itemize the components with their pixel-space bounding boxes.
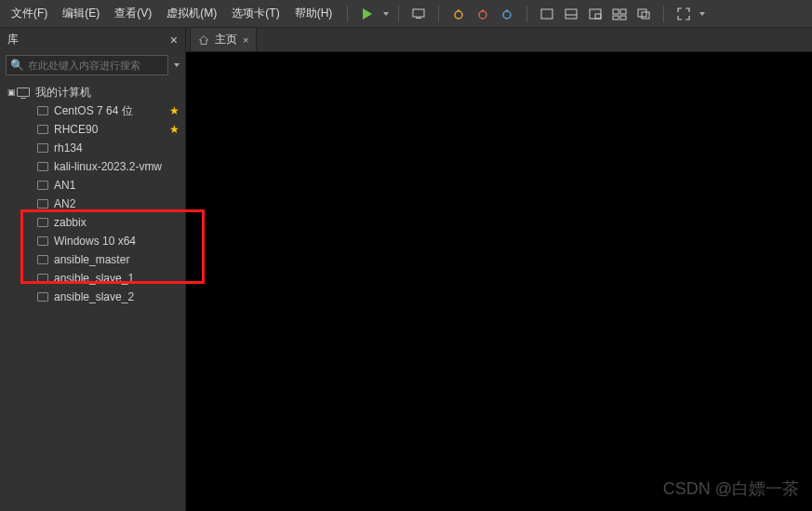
layout-bottom-icon[interactable] xyxy=(561,4,581,24)
vm-icon xyxy=(37,274,48,283)
vm-item-zabbix[interactable]: zabbix xyxy=(0,213,185,232)
vm-label: AN1 xyxy=(54,179,75,192)
separator xyxy=(663,6,664,22)
search-input-wrapper[interactable]: 🔍 xyxy=(6,55,168,75)
vm-item-an1[interactable]: AN1 xyxy=(0,176,185,195)
svg-rect-10 xyxy=(613,9,619,14)
vm-icon xyxy=(37,181,48,190)
vm-item-rhce90[interactable]: RHCE90★ xyxy=(0,120,185,139)
library-sidebar: 库 × 🔍 ▣ 我的计算机 CentOS 7 64 位★RHCE90★rh134… xyxy=(0,28,186,511)
svg-point-3 xyxy=(479,11,486,19)
tab-home[interactable]: 主页 × xyxy=(190,27,257,51)
menubar: 文件(F) 编辑(E) 查看(V) 虚拟机(M) 选项卡(T) 帮助(H) xyxy=(0,0,812,28)
vm-icon xyxy=(37,162,48,171)
svg-point-4 xyxy=(503,11,511,19)
vm-label: AN2 xyxy=(54,197,75,210)
vm-label: RHCE90 xyxy=(54,123,98,136)
play-button[interactable] xyxy=(357,4,378,24)
layout-multi-icon[interactable] xyxy=(609,4,630,24)
fullscreen-dropdown[interactable] xyxy=(699,12,705,16)
svg-rect-1 xyxy=(416,18,421,19)
favorite-star-icon: ★ xyxy=(169,123,180,136)
svg-rect-0 xyxy=(413,9,424,17)
vm-label: rh134 xyxy=(54,141,83,155)
vm-label: Windows 10 x64 xyxy=(54,235,136,248)
vm-item-centos-7-64-[interactable]: CentOS 7 64 位★ xyxy=(0,101,185,120)
tab-close-icon[interactable]: × xyxy=(243,34,248,46)
vm-icon xyxy=(37,236,48,246)
sidebar-title: 库 xyxy=(7,32,19,47)
vm-item-kali-linux-2023-2-vmw[interactable]: kali-linux-2023.2-vmw xyxy=(0,157,185,176)
search-icon: 🔍 xyxy=(10,59,24,72)
close-icon[interactable]: × xyxy=(170,33,178,47)
content-area: 主页 × xyxy=(186,28,812,511)
vm-icon xyxy=(37,292,48,302)
snapshot-blue-icon[interactable] xyxy=(497,4,517,24)
home-icon xyxy=(198,34,209,46)
vm-label: ansible_slave_1 xyxy=(54,272,134,285)
tree-root-my-computer[interactable]: ▣ 我的计算机 xyxy=(0,83,185,101)
vm-label: ansible_slave_2 xyxy=(54,290,134,303)
vm-icon xyxy=(37,106,48,115)
vm-tree: ▣ 我的计算机 CentOS 7 64 位★RHCE90★rh134kali-l… xyxy=(0,79,185,511)
menu-tabs[interactable]: 选项卡(T) xyxy=(226,2,285,25)
vm-item-ansible-slave-1[interactable]: ansible_slave_1 xyxy=(0,269,185,288)
menu-view[interactable]: 查看(V) xyxy=(109,2,157,25)
snapshot-yellow-icon[interactable] xyxy=(448,4,469,24)
svg-point-2 xyxy=(455,11,462,19)
vm-item-ansible-master[interactable]: ansible_master xyxy=(0,250,185,269)
menu-file[interactable]: 文件(F) xyxy=(6,2,53,25)
separator xyxy=(526,6,527,22)
layout-overlay-icon[interactable] xyxy=(633,4,654,24)
menu-vm[interactable]: 虚拟机(M) xyxy=(161,2,222,25)
separator xyxy=(438,6,439,22)
favorite-star-icon: ★ xyxy=(169,104,180,117)
separator xyxy=(398,6,399,22)
vm-item-rh134[interactable]: rh134 xyxy=(0,139,185,157)
vm-item-an2[interactable]: AN2 xyxy=(0,195,185,213)
svg-rect-6 xyxy=(566,9,577,19)
layout-single-icon[interactable] xyxy=(537,4,557,24)
vm-item-windows-10-x64[interactable]: Windows 10 x64 xyxy=(0,232,185,250)
svg-rect-12 xyxy=(613,16,619,20)
menu-help[interactable]: 帮助(H) xyxy=(289,2,339,25)
computer-icon xyxy=(17,87,30,97)
vm-label: ansible_master xyxy=(54,253,129,266)
svg-rect-5 xyxy=(541,9,552,19)
svg-rect-13 xyxy=(620,16,626,20)
menu-edit[interactable]: 编辑(E) xyxy=(57,2,105,25)
search-input[interactable] xyxy=(28,60,164,71)
fullscreen-icon[interactable] xyxy=(673,4,694,24)
play-dropdown[interactable] xyxy=(383,12,389,16)
vm-icon xyxy=(37,143,48,153)
screen-tool-button[interactable] xyxy=(408,4,429,24)
search-dropdown[interactable] xyxy=(174,63,180,67)
vm-icon xyxy=(37,125,48,134)
vm-label: kali-linux-2023.2-vmw xyxy=(54,160,162,173)
vm-label: zabbix xyxy=(54,216,87,229)
vm-icon xyxy=(37,255,48,264)
vm-icon xyxy=(37,218,48,227)
tree-root-label: 我的计算机 xyxy=(35,85,91,101)
snapshot-red-icon[interactable] xyxy=(473,4,493,24)
svg-rect-15 xyxy=(642,12,649,19)
collapse-icon: ▣ xyxy=(7,87,17,97)
separator xyxy=(347,6,348,22)
vm-label: CentOS 7 64 位 xyxy=(54,103,133,119)
svg-rect-9 xyxy=(595,14,601,19)
tabbar: 主页 × xyxy=(186,28,812,52)
tab-home-label: 主页 xyxy=(215,32,237,47)
vm-icon xyxy=(37,199,48,208)
svg-rect-11 xyxy=(620,9,626,14)
vm-item-ansible-slave-2[interactable]: ansible_slave_2 xyxy=(0,288,185,306)
layout-corner-icon[interactable] xyxy=(585,4,606,24)
